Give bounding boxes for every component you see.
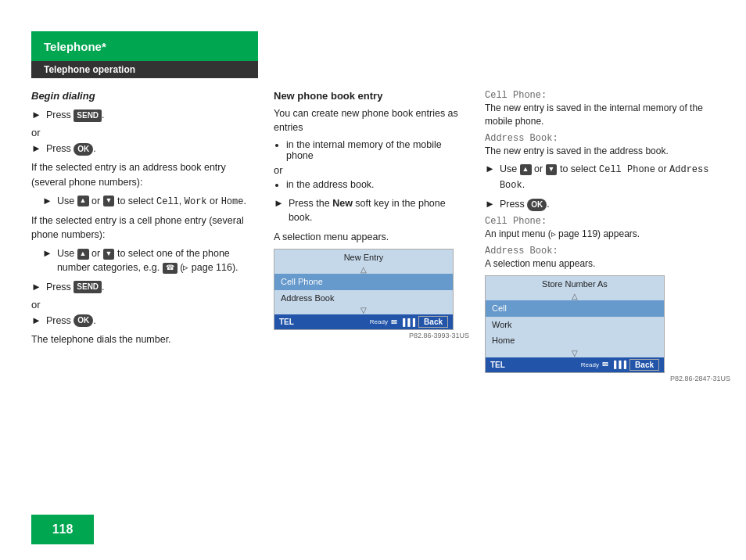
or-2: or [31,299,258,311]
footer-ready-mid: Ready [370,318,388,325]
step-press-send-1: ► Press SEND. [31,108,258,122]
phone-icon: ☎ [163,263,178,274]
arrow-icon-9: ► [485,197,495,211]
new-entry-intro: You can create new phone book entries as… [274,106,469,135]
press-send-label-1: Press [46,109,74,120]
cat-label-address-book: Address Book: [485,133,730,144]
screen-arrow-up-mid: △ [274,265,453,274]
nav-down-icon-1: ▼ [103,196,115,206]
arrow-icon-2: ► [31,142,41,156]
screen-arrow-down-right: ▽ [486,349,664,357]
address-book-note: If the selected entry is an address book… [31,160,258,188]
or-1: or [31,127,258,138]
arrow-icon-7: ► [274,196,284,210]
nav-up-icon-2: ▲ [77,249,89,260]
ok-button-right: OK [527,199,547,211]
press-ok-label-2: Press [46,315,74,326]
phone-screen-inner-right: Store Number As △ Cell Work Home ▽ [486,276,664,357]
screen-row-address-book: Address Book [274,290,453,307]
step-press-send-2: ► Press SEND. [31,280,258,294]
send-button-2: SEND [74,281,102,293]
phone-screen-inner-mid: New Entry △ Cell Phone Address Book ▽ [274,249,453,315]
send-button-1: SEND [74,109,102,122]
phone-screen-right: Store Number As △ Cell Work Home ▽ TEL R… [485,275,665,373]
screen-arrow-up-right: △ [486,292,664,300]
sub-cat-label-cell-phone: Cell Phone: [485,216,730,227]
step-select-phone-category: ► Use ▲ or ▼ to select one of the phone … [31,246,258,275]
ok-button-2: OK [74,314,93,327]
nav-up-icon-3: ▲ [520,164,532,175]
arrow-icon-3: ► [42,194,52,208]
entry-location-list-2: in the address book. [274,179,469,190]
entry-location-address: in the address book. [286,179,469,190]
step-select-cell-or-address: ► Use ▲ or ▼ to select Cell Phone or Add… [485,162,730,192]
arrow-icon-8: ► [485,162,495,176]
step-select-cell-work-home: ► Use ▲ or ▼ to select Cell, Work or Hom… [31,194,258,209]
footer-mail-icon-right: ✉ [602,361,608,368]
screen-title-store: Store Number As [486,276,664,293]
footer-right-right: Ready ✉ ▐▐▐ Back [581,359,659,371]
footer-signal-mid: ▐▐▐ [400,318,415,326]
selection-menu-appears: A selection menu appears. [274,230,469,244]
page-number: 118 [52,522,74,537]
back-button-mid[interactable]: Back [418,316,448,328]
press-send-label-2: Press [46,282,74,293]
entry-location-list: in the internal memory of the mobile pho… [274,139,469,161]
page-footer: 118 [31,515,94,544]
main-content: Begin dialing ► Press SEND. or ► Press O… [31,90,730,497]
screen-row-work: Work [486,317,664,333]
phone-footer-mid: TEL Ready ✉ ▐▐▐ Back [274,314,453,329]
figure-code-right: P82.86-2847-31US [485,375,730,382]
subtitle: Telephone operation [44,64,135,75]
screen-arrow-down-mid: ▽ [274,306,453,314]
category-address-book: Address Book: The new entry is saved in … [485,133,730,158]
dials-note: The telephone dials the number. [31,332,258,346]
step-press-ok-1: ► Press OK. [31,142,258,156]
page-title: Telephone* [44,40,106,53]
footer-right-mid: Ready ✉ ▐▐▐ Back [370,316,448,328]
nav-down-icon-2: ▼ [103,249,115,260]
arrow-icon-4: ► [42,246,52,260]
cat-label-cell-phone: Cell Phone: [485,90,730,101]
step-press-ok-right: ► Press OK. [485,197,730,211]
section-title-begin-dialing: Begin dialing [31,90,258,102]
nav-down-icon-3: ▼ [546,164,558,175]
sub-cat-text-address-book: A selection menu appears. [485,257,730,271]
figure-code-mid: P82.86-3993-31US [274,332,469,339]
ok-button-1: OK [74,143,93,156]
entry-location-internal: in the internal memory of the mobile pho… [286,139,469,161]
footer-tel-mid: TEL [279,318,294,326]
header-green-bar: Telephone* [31,31,258,61]
press-ok-label-1: Press [46,143,74,154]
cat-text-cell-phone: The new entry is saved in the internal m… [485,102,730,128]
footer-tel-right: TEL [490,361,505,369]
or-mid: or [274,164,469,176]
footer-mail-icon-mid: ✉ [391,318,397,326]
phone-screen-mid: New Entry △ Cell Phone Address Book ▽ TE… [274,249,454,331]
phone-footer-right: TEL Ready ✉ ▐▐▐ Back [486,357,664,372]
subheader-bar: Telephone operation [31,61,258,78]
mid-column: New phone book entry You can create new … [274,90,485,497]
cat-text-address-book: The new entry is saved in the address bo… [485,145,730,158]
cell-phone-note: If the selected entry is a cell phone en… [31,214,258,242]
category-cell-phone: Cell Phone: The new entry is saved in th… [485,90,730,128]
right-column: Cell Phone: The new entry is saved in th… [485,90,730,497]
section-title-new-entry: New phone book entry [274,90,469,102]
screen-row-home: Home [486,332,664,349]
sub-cat-text-cell-phone: An input menu (▹ page 119) appears. [485,228,730,241]
sub-category-address-book: Address Book: A selection menu appears. [485,246,730,271]
left-column: Begin dialing ► Press SEND. or ► Press O… [31,90,274,497]
nav-up-icon-1: ▲ [77,196,89,206]
back-button-right[interactable]: Back [629,359,659,371]
screen-title-new-entry: New Entry [274,249,453,266]
step-press-ok-2: ► Press OK. [31,314,258,328]
arrow-icon-6: ► [31,314,41,328]
arrow-icon-5: ► [31,280,41,294]
screen-row-cell-phone: Cell Phone [274,274,453,290]
sub-cat-label-address-book: Address Book: [485,246,730,257]
step-press-new-soft-key: ► Press the New soft key in the phone bo… [274,196,469,224]
sub-category-cell-phone: Cell Phone: An input menu (▹ page 119) a… [485,216,730,241]
screen-row-cell: Cell [486,300,664,317]
footer-signal-right: ▐▐▐ [612,361,626,368]
arrow-icon-1: ► [31,108,41,122]
